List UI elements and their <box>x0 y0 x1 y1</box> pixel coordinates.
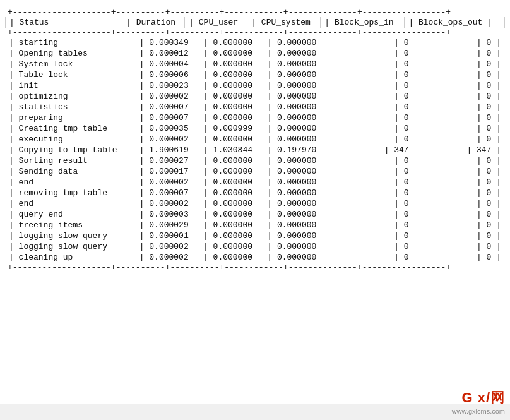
cell-2: | 0.000000 <box>199 231 263 241</box>
table-row: | query end| 0.000003| 0.000000| 0.00000… <box>5 209 505 220</box>
cell-2: | 0.000000 <box>199 220 263 231</box>
cell-4: | 0 <box>335 112 413 123</box>
table-row: | init| 0.000023| 0.000000| 0.000000| 0|… <box>5 80 505 91</box>
cell-1: | 0.000002 <box>136 91 199 102</box>
cell-0: | removing tmp table <box>5 188 136 198</box>
cell-1: | 0.000349 <box>136 37 199 48</box>
cell-3: | 0.197970 <box>263 145 335 155</box>
table-row: | logging slow query| 0.000001| 0.000000… <box>5 231 505 241</box>
col-cpu-system: | CPU_system <box>247 17 321 28</box>
cell-0: | init <box>5 80 136 91</box>
cell-1: | 0.000007 <box>136 112 199 123</box>
cell-4: | 0 <box>335 102 413 112</box>
cell-3: | 0.000000 <box>263 69 335 80</box>
cell-3: | 0.000000 <box>263 37 335 48</box>
cell-0: | System lock <box>5 59 136 69</box>
cell-5: | 0 | <box>413 48 505 59</box>
cell-3: | 0.000000 <box>263 123 335 134</box>
result-table: | Status | Duration | CPU_user | CPU_sys… <box>5 17 505 28</box>
cell-1: | 0.000004 <box>136 59 199 69</box>
cell-4: | 0 <box>335 91 413 102</box>
cell-5: | 0 | <box>413 220 505 231</box>
cell-1: | 0.000003 <box>136 209 199 220</box>
cell-3: | 0.000000 <box>263 155 335 166</box>
cell-0: | cleaning up <box>5 252 136 263</box>
cell-1: | 0.000023 <box>136 80 199 91</box>
cell-5: | 0 | <box>413 37 505 48</box>
cell-3: | 0.000000 <box>263 91 335 102</box>
watermark-logo: G x/网 <box>461 388 505 407</box>
cell-1: | 0.000007 <box>136 102 199 112</box>
cell-1: | 0.000027 <box>136 155 199 166</box>
cell-3: | 0.000000 <box>263 102 335 112</box>
cell-3: | 0.000000 <box>263 209 335 220</box>
cell-2: | 0.000000 <box>199 177 263 188</box>
cell-2: | 0.000000 <box>199 134 263 145</box>
cell-4: | 0 <box>335 241 413 252</box>
cell-3: | 0.000000 <box>263 166 335 177</box>
cell-0: | preparing <box>5 112 136 123</box>
table-row: | end| 0.000002| 0.000000| 0.000000| 0| … <box>5 177 505 188</box>
table-row: | end| 0.000002| 0.000000| 0.000000| 0| … <box>5 198 505 209</box>
cell-3: | 0.000000 <box>263 80 335 91</box>
result-table-wrap: +--------------------+----------+-------… <box>3 8 507 272</box>
cell-0: | Sending data <box>5 166 136 177</box>
table-row: | Copying to tmp table| 1.900619| 1.0308… <box>5 145 505 155</box>
cell-5: | 0 | <box>413 59 505 69</box>
cell-5: | 0 | <box>413 209 505 220</box>
cell-0: | Opening tables <box>5 48 136 59</box>
watermark-site: www.gxlcms.com <box>452 407 505 415</box>
cell-3: | 0.000000 <box>263 220 335 231</box>
cell-5: | 0 | <box>413 198 505 209</box>
cell-2: | 0.000000 <box>199 198 263 209</box>
cell-4: | 0 <box>335 166 413 177</box>
cell-3: | 0.000000 <box>263 188 335 198</box>
cell-0: | optimizing <box>5 91 136 102</box>
cell-0: | logging slow query <box>5 231 136 241</box>
cell-3: | 0.000000 <box>263 59 335 69</box>
cell-2: | 0.000000 <box>199 209 263 220</box>
cell-1: | 1.900619 <box>136 145 199 155</box>
cell-3: | 0.000000 <box>263 231 335 241</box>
cell-4: | 0 <box>335 188 413 198</box>
col-status: | Status <box>6 17 122 28</box>
cell-4: | 0 <box>335 198 413 209</box>
cell-1: | 0.000002 <box>136 241 199 252</box>
cell-5: | 0 | <box>413 241 505 252</box>
cell-5: | 0 | <box>413 80 505 91</box>
cell-1: | 0.000001 <box>136 231 199 241</box>
terminal-window: +--------------------+----------+-------… <box>0 0 510 404</box>
table-row: | Sorting result| 0.000027| 0.000000| 0.… <box>5 155 505 166</box>
col-block-ops-out: | Block_ops_out | <box>405 17 505 28</box>
cell-1: | 0.000002 <box>136 198 199 209</box>
table-row: | cleaning up| 0.000002| 0.000000| 0.000… <box>5 252 505 263</box>
cell-2: | 0.000000 <box>199 91 263 102</box>
cell-4: | 0 <box>335 155 413 166</box>
cell-0: | Copying to tmp table <box>5 145 136 155</box>
col-block-ops-in: | Block_ops_in <box>321 17 405 28</box>
cell-4: | 0 <box>335 231 413 241</box>
table-row: | freeing items| 0.000029| 0.000000| 0.0… <box>5 220 505 231</box>
cell-5: | 0 | <box>413 112 505 123</box>
cell-3: | 0.000000 <box>263 177 335 188</box>
cell-3: | 0.000000 <box>263 198 335 209</box>
cell-5: | 0 | <box>413 155 505 166</box>
cell-2: | 0.000000 <box>199 112 263 123</box>
cell-3: | 0.000000 <box>263 48 335 59</box>
table-row: | System lock| 0.000004| 0.000000| 0.000… <box>5 59 505 69</box>
cell-5: | 0 | <box>413 252 505 263</box>
cell-4: | 0 <box>335 134 413 145</box>
cell-1: | 0.000006 <box>136 69 199 80</box>
cell-1: | 0.000017 <box>136 166 199 177</box>
cell-4: | 0 <box>335 220 413 231</box>
cell-0: | executing <box>5 134 136 145</box>
cell-3: | 0.000000 <box>263 241 335 252</box>
cell-4: | 0 <box>335 80 413 91</box>
cell-4: | 0 <box>335 37 413 48</box>
cell-2: | 0.000000 <box>199 37 263 48</box>
cell-0: | Table lock <box>5 69 136 80</box>
watermark: G x/网 www.gxlcms.com <box>452 388 505 415</box>
cell-0: | query end <box>5 209 136 220</box>
cell-0: | logging slow query <box>5 241 136 252</box>
cell-4: | 0 <box>335 177 413 188</box>
